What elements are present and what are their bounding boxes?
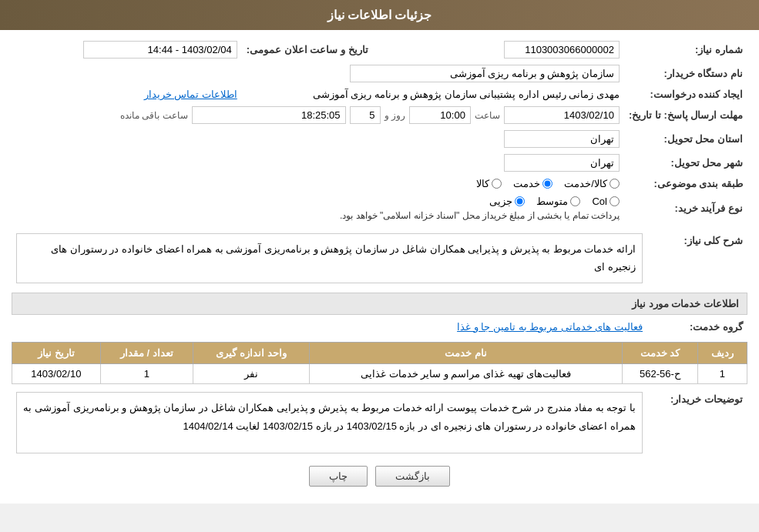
table-cell: نفر [193, 363, 309, 383]
table-cell: ح-56-562 [623, 363, 698, 383]
table-cell: 1 [100, 363, 193, 383]
radio-col[interactable]: Col [592, 196, 620, 207]
radio-col-label: Col [592, 196, 607, 207]
main-content: شماره نیاز: 1103003066000002 تاریخ و ساع… [0, 30, 759, 504]
radio-جزیی[interactable]: جزیی [489, 196, 525, 207]
col-واحد: واحد اندازه گیری [193, 342, 309, 363]
print-button[interactable]: چاپ [309, 466, 368, 487]
table-cell: 1 [697, 363, 747, 383]
value-مهلت-ارسال: 1403/02/10 ساعت 10:00 روز و 5 18:25:05 س… [12, 103, 624, 127]
اطلاعات-تماس-link-text[interactable]: اطلاعات تماس خریدار [144, 89, 237, 100]
radio-col-input[interactable] [610, 196, 620, 206]
نوع-فرآیند-radios: Col متوسط جزیی [16, 196, 620, 207]
table-cell: فعالیت‌های تهیه غذای مراسم و سایر خدمات … [310, 363, 623, 383]
process-note: پرداخت تمام یا بخشی از مبلغ خریداز محل "… [16, 210, 620, 221]
نام-دستگاه-field: سازمان پژوهش و برنامه ریزی آموزشی [350, 65, 620, 82]
مهلت-row: 1403/02/10 ساعت 10:00 روز و 5 18:25:05 س… [16, 106, 620, 124]
label-توضیحات: توضیحات خریدار: [647, 389, 747, 457]
باقی-مانده-label: ساعت باقی مانده [120, 110, 188, 121]
ایجاد-کننده-text: مهدی زمانی رئیس اداره پشتیبانی سازمان پژ… [313, 89, 620, 100]
value-شرح-نیاز: ارائه خدمات مربوط به پذیرش و پذیرایی همک… [12, 230, 647, 286]
radio-متوسط[interactable]: متوسط [536, 196, 580, 207]
نوع-فرآیند-container: Col متوسط جزیی پرداخت تمام یا بخشی [16, 196, 620, 221]
page-title: جزئیات اطلاعات نیاز [327, 8, 432, 22]
row-نوع-فرآیند: نوع فرآیند خرید: Col متوسط [12, 192, 747, 224]
table-cell: 1403/02/10 [12, 363, 101, 383]
ساعت-label: ساعت [475, 110, 500, 121]
radio-کالا-خدمت-input[interactable] [610, 179, 620, 189]
شرح-نیاز-box: ارائه خدمات مربوط به پذیرش و پذیرایی همک… [16, 233, 643, 283]
table-row: 1ح-56-562فعالیت‌های تهیه غذای مراسم و سا… [12, 363, 747, 383]
value-نام-دستگاه: سازمان پژوهش و برنامه ریزی آموزشی [12, 62, 624, 85]
radio-خدمت[interactable]: خدمت [513, 178, 552, 189]
label-نوع-فرآیند: نوع فرآیند خرید: [624, 192, 747, 224]
تاریخ-اعلان-field: 1403/02/04 - 14:44 [83, 41, 237, 59]
label-شماره-نیاز: شماره نیاز: [624, 38, 747, 62]
value-توضیحات: با توجه به مفاد مندرج در شرح خدمات پیوست… [12, 389, 647, 457]
radio-کالا-خدمت[interactable]: کالا/خدمت [564, 178, 620, 189]
استان-field: تهران [504, 130, 620, 148]
توضیحات-box: با توجه به مفاد مندرج در شرح خدمات پیوست… [16, 392, 643, 453]
services-table-body: 1ح-56-562فعالیت‌های تهیه غذای مراسم و سا… [12, 363, 747, 383]
col-نام-خدمت: نام خدمت [310, 342, 623, 363]
گروه-خدمت-link[interactable]: فعالیت های خدماتی مربوط به تامین جا و غذ… [457, 321, 643, 333]
row-ایجاد-کننده: ایجاد کننده درخواست: مهدی زمانی رئیس ادا… [12, 85, 747, 103]
back-button[interactable]: بازگشت [375, 466, 450, 487]
radio-خدمت-label: خدمت [513, 178, 540, 189]
value-گروه-خدمت: فعالیت های خدماتی مربوط به تامین جا و غذ… [12, 318, 647, 336]
value-شهر: تهران [12, 151, 624, 175]
radio-جزیی-label: جزیی [489, 196, 512, 207]
روز-label: روز و [385, 110, 405, 121]
row-توضیحات: توضیحات خریدار: با توجه به مفاد مندرج در… [12, 389, 747, 457]
مهلت-ساعت-field: 10:00 [409, 106, 471, 124]
شماره-نیاز-field: 1103003066000002 [504, 41, 620, 59]
value-شماره-نیاز: 1103003066000002 [396, 38, 624, 62]
page-wrapper: جزئیات اطلاعات نیاز شماره نیاز: 11030030… [0, 0, 759, 504]
طبقه-بندی-radios: کالا/خدمت خدمت کالا [16, 178, 620, 189]
button-row: بازگشت چاپ [12, 466, 747, 487]
value-تاریخ-اعلان: 1403/02/04 - 14:44 [12, 38, 242, 62]
row-گروه-خدمت: گروه خدمت: فعالیت های خدماتی مربوط به تا… [12, 318, 747, 336]
مهلت-تاریخ-field: 1403/02/10 [504, 106, 620, 124]
radio-کالا-input[interactable] [492, 179, 502, 189]
radio-کالا-label: کالا [476, 178, 489, 189]
label-مهلت-ارسال: مهلت ارسال پاسخ: تا تاریخ: [624, 103, 747, 127]
radio-کالا-خدمت-label: کالا/خدمت [564, 178, 607, 189]
value-نوع-فرآیند: Col متوسط جزیی پرداخت تمام یا بخشی [12, 192, 624, 224]
radio-متوسط-input[interactable] [570, 196, 580, 206]
label-استان: استان محل تحویل: [624, 127, 747, 151]
page-header: جزئیات اطلاعات نیاز [0, 0, 759, 30]
col-ردیف: ردیف [697, 342, 747, 363]
مهلت-روز-field: 5 [350, 106, 381, 124]
row-شهر: شهر محل تحویل: تهران [12, 151, 747, 175]
label-شرح-نیاز: شرح کلی نیاز: [647, 230, 747, 286]
مهلت-باقی-field: 18:25:05 [192, 106, 346, 124]
value-طبقه-بندی: کالا/خدمت خدمت کالا [12, 175, 624, 192]
value-ایجاد-کننده: مهدی زمانی رئیس اداره پشتیبانی سازمان پژ… [242, 85, 624, 103]
radio-کالا[interactable]: کالا [476, 178, 502, 189]
section-اطلاعات-خدمات: اطلاعات خدمات مورد نیاز [12, 293, 747, 315]
services-table-head: ردیف کد خدمت نام خدمت واحد اندازه گیری ت… [12, 342, 747, 363]
services-table: ردیف کد خدمت نام خدمت واحد اندازه گیری ت… [12, 342, 747, 384]
label-تاریخ-اعلان: تاریخ و ساعت اعلان عمومی: [242, 38, 373, 62]
services-header-row: ردیف کد خدمت نام خدمت واحد اندازه گیری ت… [12, 342, 747, 363]
radio-خدمت-input[interactable] [542, 179, 552, 189]
value-استان: تهران [12, 127, 624, 151]
label-شهر: شهر محل تحویل: [624, 151, 747, 175]
اطلاعات-تماس-link[interactable]: اطلاعات تماس خریدار [12, 85, 242, 103]
info-table: شماره نیاز: 1103003066000002 تاریخ و ساع… [12, 38, 747, 224]
row-طبقه-بندی: طبقه بندی موضوعی: کالا/خدمت خدمت [12, 175, 747, 192]
row-شماره-نیاز: شماره نیاز: 1103003066000002 تاریخ و ساع… [12, 38, 747, 62]
radio-متوسط-label: متوسط [536, 196, 568, 207]
col-تعداد: تعداد / مقدار [100, 342, 193, 363]
label-گروه-خدمت: گروه خدمت: [647, 318, 747, 336]
col-تاریخ: تاریخ نیاز [12, 342, 101, 363]
row-مهلت-ارسال: مهلت ارسال پاسخ: تا تاریخ: 1403/02/10 سا… [12, 103, 747, 127]
radio-جزیی-input[interactable] [515, 196, 525, 206]
col-کد-خدمت: کد خدمت [623, 342, 698, 363]
شهر-field: تهران [504, 154, 620, 172]
توضیحات-table: توضیحات خریدار: با توجه به مفاد مندرج در… [12, 389, 747, 457]
row-استان: استان محل تحویل: تهران [12, 127, 747, 151]
گروه-خدمت-table: گروه خدمت: فعالیت های خدماتی مربوط به تا… [12, 318, 747, 336]
شرح-نیاز-table: شرح کلی نیاز: ارائه خدمات مربوط به پذیرش… [12, 230, 747, 286]
